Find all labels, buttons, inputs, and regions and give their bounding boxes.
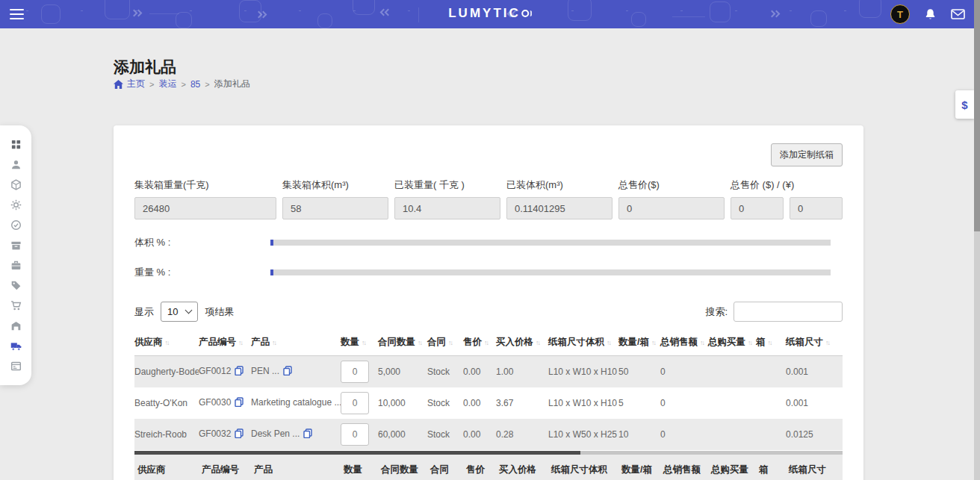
sidebar-item-approvals[interactable] — [0, 215, 31, 235]
field-input[interactable] — [790, 197, 843, 219]
column-header-supplier[interactable]: 供应商↑↓ — [134, 331, 199, 356]
tag-icon — [10, 280, 22, 291]
column-header-product[interactable]: 产品↑↓ — [251, 331, 341, 356]
column-header-qty_per_box[interactable]: 数量/箱↑↓ — [618, 331, 660, 356]
quantity-input[interactable] — [341, 423, 369, 446]
field-input[interactable] — [134, 197, 276, 219]
cell-contract: Stock — [427, 356, 463, 388]
navbar-pattern — [149, 13, 179, 14]
cell-contract: Stock — [427, 387, 463, 419]
cell-carton_size_volume: L10 x W10 x H10 — [548, 387, 618, 419]
footer-column-code: 产品编号 — [199, 455, 251, 480]
progress-track — [270, 269, 831, 275]
field-group: 总售价($) — [618, 178, 725, 219]
cell-value: 0 — [660, 398, 666, 408]
navbar-pattern — [353, 0, 375, 15]
copy-icon[interactable] — [235, 397, 244, 409]
truck-icon — [10, 340, 22, 352]
mail-icon[interactable] — [951, 9, 965, 19]
sidebar-item-cart[interactable] — [0, 296, 31, 316]
app-logo-text: LUMYTIC — [448, 6, 521, 21]
currency-toggle-button[interactable]: $ — [955, 90, 974, 119]
column-header-total_purchase[interactable]: 总购买量↑↓ — [708, 331, 756, 356]
cell-value: 0.001 — [786, 367, 808, 377]
column-label: 总销售额 — [660, 337, 698, 347]
sidebar-item-warehouse[interactable] — [0, 316, 31, 336]
breadcrumb-link[interactable]: 装运 — [158, 78, 176, 90]
navbar-pattern-chevron — [381, 7, 394, 18]
column-header-sell_price[interactable]: 售价↑↓ — [463, 331, 496, 356]
sidebar-item-tags[interactable] — [0, 275, 31, 296]
user-avatar[interactable]: T — [890, 4, 910, 24]
copy-icon[interactable] — [235, 366, 244, 378]
sidebar-item-shipping[interactable] — [0, 336, 31, 356]
progress-row: 体积 % : — [134, 236, 843, 249]
sidebar-item-briefcase[interactable] — [0, 255, 31, 275]
column-header-total_sales[interactable]: 总销售额↑↓ — [660, 331, 708, 356]
sidebar-item-settings[interactable] — [0, 195, 31, 215]
copy-icon[interactable] — [283, 366, 292, 378]
breadcrumb-link[interactable]: 主页 — [127, 78, 145, 90]
quantity-input[interactable] — [341, 361, 369, 383]
quantity-input[interactable] — [341, 392, 369, 414]
sidebar-nav — [0, 125, 31, 385]
horizontal-scrollbar-thumb[interactable] — [134, 451, 580, 455]
cell-total_sales: 0 — [660, 387, 708, 419]
menu-toggle-button[interactable] — [10, 9, 24, 22]
field-input[interactable] — [618, 197, 725, 219]
column-header-qty[interactable]: 数量↑↓ — [341, 331, 378, 356]
field-label: 已装重量( 千克 ) — [394, 178, 500, 192]
column-header-carton_size_volume[interactable]: 纸箱尺寸体积↑↓ — [548, 331, 618, 356]
column-header-contract[interactable]: 合同↑↓ — [427, 331, 463, 356]
progress-label: 体积 % : — [134, 236, 270, 249]
add-custom-carton-button[interactable]: 添加定制纸箱 — [771, 143, 843, 166]
sort-icon: ↑↓ — [748, 339, 751, 346]
sidebar-item-products[interactable] — [0, 175, 31, 195]
column-label: 纸箱尺寸 — [786, 337, 823, 347]
cell-product: Marketing catalogue ... — [251, 387, 341, 419]
copy-icon[interactable] — [235, 428, 244, 440]
page-title: 添加礼品 — [114, 57, 176, 78]
cell-box — [756, 387, 786, 419]
chevron-down-icon — [185, 307, 193, 314]
table-row: Streich-RoobGF0032Desk Pen ...60,000Stoc… — [134, 419, 843, 450]
field-input[interactable] — [731, 197, 784, 219]
cell-total_sales: 0 — [660, 419, 708, 450]
breadcrumb-link[interactable]: 85 — [190, 79, 200, 90]
page-size-select[interactable]: 10 — [161, 302, 198, 322]
navbar-pattern-chevron — [769, 9, 783, 19]
navbar-pattern — [810, 10, 827, 27]
column-header-carton_size[interactable]: 纸箱尺寸↑↓ — [786, 331, 843, 356]
cell-value: GF0032 — [199, 428, 231, 439]
copy-icon[interactable] — [303, 428, 312, 440]
cell-buy_price: 0.28 — [496, 419, 548, 450]
footer-column-box: 箱 — [756, 455, 786, 480]
cell-value: 0 — [660, 367, 666, 377]
sidebar-item-orders[interactable] — [0, 356, 31, 376]
cell-supplier: Beatty-O'Kon — [134, 387, 199, 419]
cell-buy_price: 1.00 — [496, 356, 548, 388]
cell-value: Marketing catalogue ... — [251, 397, 341, 408]
page-scrollbar-thumb[interactable] — [974, 0, 980, 231]
cell-box — [756, 419, 786, 450]
sidebar-item-archive[interactable] — [0, 235, 31, 255]
sidebar-item-dashboard[interactable] — [0, 134, 31, 155]
search-input[interactable] — [734, 302, 843, 322]
progress-track — [270, 240, 831, 246]
column-header-code[interactable]: 产品编号↑↓ — [199, 331, 251, 356]
column-header-contract_qty[interactable]: 合同数量↑↓ — [378, 331, 427, 356]
sidebar-item-users[interactable] — [0, 155, 31, 175]
column-header-box[interactable]: 箱↑↓ — [756, 331, 786, 356]
field-input[interactable] — [394, 197, 500, 219]
field-input[interactable] — [282, 197, 388, 219]
cell-total_sales: 0 — [660, 356, 708, 388]
breadcrumb-separator: > — [149, 80, 154, 89]
horizontal-scrollbar[interactable] — [134, 451, 843, 455]
cell-value: 1.00 — [496, 367, 513, 377]
page-scrollbar[interactable] — [974, 0, 980, 480]
field-input[interactable] — [506, 197, 612, 219]
cell-sell_price: 0.00 — [463, 419, 496, 450]
column-label: 供应商 — [134, 337, 163, 347]
column-header-buy_price[interactable]: 买入价格↑↓ — [496, 331, 548, 356]
notifications-bell-icon[interactable] — [925, 8, 936, 20]
